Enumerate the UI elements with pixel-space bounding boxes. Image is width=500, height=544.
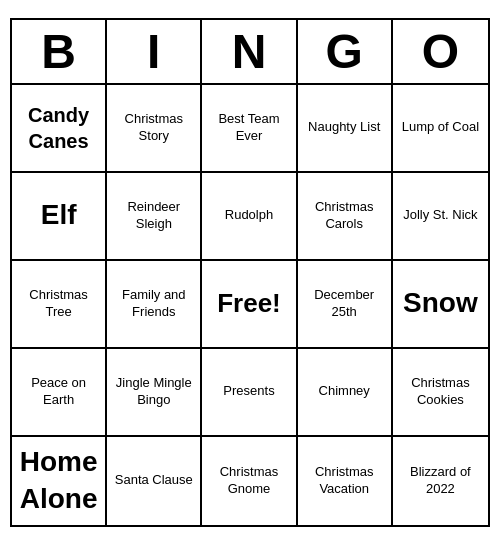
bingo-cell-8: Christmas Carols	[298, 173, 393, 261]
header-letter-n: N	[202, 20, 297, 83]
bingo-cell-1: Christmas Story	[107, 85, 202, 173]
bingo-cell-9: Jolly St. Nick	[393, 173, 488, 261]
bingo-grid: Candy CanesChristmas StoryBest Team Ever…	[12, 85, 488, 525]
bingo-cell-19: Christmas Cookies	[393, 349, 488, 437]
header-letter-g: G	[298, 20, 393, 83]
header-letter-i: I	[107, 20, 202, 83]
header-letter-b: B	[12, 20, 107, 83]
bingo-cell-12: Free!	[202, 261, 297, 349]
bingo-cell-4: Lump of Coal	[393, 85, 488, 173]
bingo-cell-2: Best Team Ever	[202, 85, 297, 173]
bingo-cell-21: Santa Clause	[107, 437, 202, 525]
bingo-cell-7: Rudolph	[202, 173, 297, 261]
bingo-cell-0: Candy Canes	[12, 85, 107, 173]
bingo-cell-18: Chimney	[298, 349, 393, 437]
bingo-cell-14: Snow	[393, 261, 488, 349]
bingo-cell-10: Christmas Tree	[12, 261, 107, 349]
bingo-cell-5: Elf	[12, 173, 107, 261]
bingo-cell-15: Peace on Earth	[12, 349, 107, 437]
bingo-cell-17: Presents	[202, 349, 297, 437]
header-letter-o: O	[393, 20, 488, 83]
bingo-cell-23: Christmas Vacation	[298, 437, 393, 525]
bingo-cell-22: Christmas Gnome	[202, 437, 297, 525]
bingo-cell-6: Reindeer Sleigh	[107, 173, 202, 261]
bingo-card: BINGO Candy CanesChristmas StoryBest Tea…	[10, 18, 490, 527]
bingo-cell-3: Naughty List	[298, 85, 393, 173]
bingo-cell-13: December 25th	[298, 261, 393, 349]
bingo-cell-20: Home Alone	[12, 437, 107, 525]
bingo-cell-24: Blizzard of 2022	[393, 437, 488, 525]
bingo-cell-11: Family and Friends	[107, 261, 202, 349]
bingo-cell-16: Jingle Mingle Bingo	[107, 349, 202, 437]
bingo-header: BINGO	[12, 20, 488, 85]
